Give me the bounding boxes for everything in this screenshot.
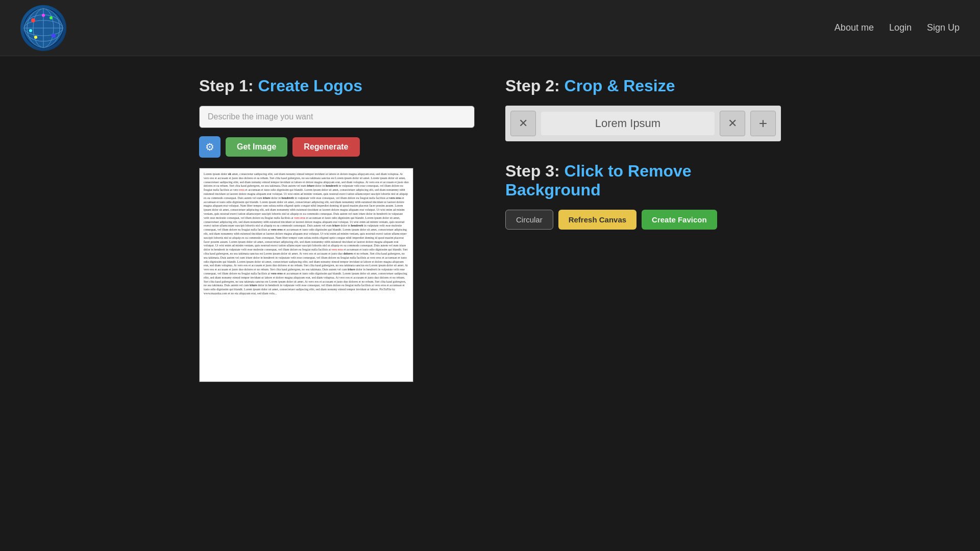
step2-prefix: Step 2: [505, 77, 565, 95]
logo-container [20, 5, 66, 51]
gear-button[interactable]: ⚙ [199, 136, 220, 158]
crop-close-left-button[interactable]: ✕ [510, 111, 536, 136]
svg-point-10 [34, 36, 37, 39]
get-image-button[interactable]: Get Image [226, 137, 287, 157]
lorem-text: Lorem ipsum dolor sit amet, consectetur … [204, 172, 409, 295]
crop-close-right-button[interactable]: ✕ [720, 111, 745, 136]
svg-point-8 [50, 16, 53, 19]
close-left-icon: ✕ [519, 117, 528, 130]
crop-resize-area: ✕ Lorem Ipsum ✕ + [505, 106, 781, 141]
two-col-layout: Step 1: Create Logos ⚙ Get Image Regener… [199, 77, 781, 382]
input-row [199, 106, 475, 128]
image-preview: Lorem ipsum dolor sit amet, consectetur … [199, 168, 413, 382]
circular-button[interactable]: Circular [505, 210, 553, 230]
svg-point-11 [42, 14, 45, 17]
logo-image [20, 5, 66, 51]
plus-icon: + [759, 115, 767, 132]
svg-point-12 [29, 29, 32, 32]
lorem-image: Lorem ipsum dolor sit amet, consectetur … [200, 168, 413, 382]
step1-title: Create Logos [258, 77, 362, 95]
step3-buttons: Circular Refresh Canvas Create Favicon [505, 210, 781, 230]
svg-point-7 [31, 18, 35, 22]
main-container: Step 1: Create Logos ⚙ Get Image Regener… [189, 56, 791, 403]
crop-label: Lorem Ipsum [541, 112, 715, 135]
lorem-text-overlay: Lorem ipsum dolor sit amet, consectetur … [200, 168, 413, 382]
step2-title: Crop & Resize [565, 77, 675, 95]
crop-plus-button[interactable]: + [750, 111, 776, 136]
nav-links: About me Login Sign Up [835, 22, 960, 33]
step1-prefix: Step 1: [199, 77, 258, 95]
navbar: About me Login Sign Up [0, 0, 980, 56]
gear-icon: ⚙ [205, 141, 214, 153]
regenerate-button[interactable]: Regenerate [292, 137, 359, 157]
step3-heading: Step 3: Click to Remove Background [505, 162, 781, 199]
step3-prefix: Step 3: [505, 162, 565, 180]
nav-login[interactable]: Login [889, 22, 912, 33]
col-right: Step 2: Crop & Resize ✕ Lorem Ipsum ✕ + … [505, 77, 781, 382]
step1-heading: Step 1: Create Logos [199, 77, 475, 95]
describe-input[interactable] [199, 106, 475, 128]
refresh-canvas-button[interactable]: Refresh Canvas [558, 210, 636, 230]
create-favicon-button[interactable]: Create Favicon [642, 210, 717, 230]
nav-signup[interactable]: Sign Up [927, 22, 960, 33]
close-right-icon: ✕ [728, 117, 737, 130]
nav-about[interactable]: About me [835, 22, 874, 33]
button-row: ⚙ Get Image Regenerate [199, 136, 475, 158]
step2-heading: Step 2: Crop & Resize [505, 77, 781, 95]
svg-point-9 [52, 34, 56, 38]
col-left: Step 1: Create Logos ⚙ Get Image Regener… [199, 77, 475, 382]
